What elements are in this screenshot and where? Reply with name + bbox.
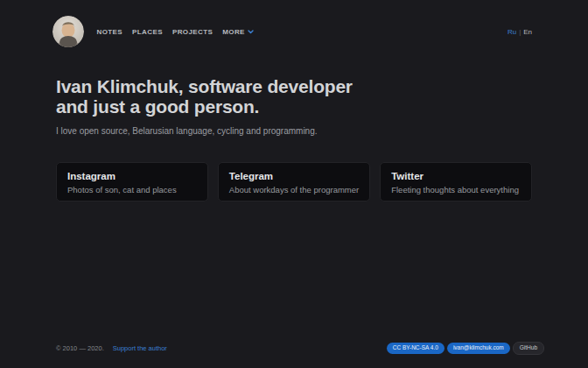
main-nav: Notes Places Projects More [92,24,258,39]
card-telegram[interactable]: Telegram About workdays of the programme… [218,162,370,202]
badge-github[interactable]: GitHub [513,342,544,355]
nav-item-notes[interactable]: Notes [92,25,128,39]
spacer [0,202,588,342]
nav-item-more[interactable]: More [218,24,259,39]
page: Notes Places Projects More Ru | En Ivan … [0,0,588,368]
card-telegram-description: About workdays of the programmer [229,185,359,195]
nav-item-more-label: More [222,28,245,36]
badge-email[interactable]: ivan@klimchuk.com [447,343,510,354]
card-instagram-description: Photos of son, cat and places [67,185,197,195]
language-link-ru[interactable]: Ru [508,28,516,36]
card-telegram-title: Telegram [229,171,359,181]
language-separator: | [519,28,521,36]
support-author-link[interactable]: Support the author [113,344,167,352]
hero-section: Ivan Klimchuk, software developer and ju… [0,76,588,136]
copyright-text: © 2010 — 2020. [56,344,104,352]
chevron-down-icon [248,28,254,36]
card-instagram[interactable]: Instagram Photos of son, cat and places [56,162,208,202]
language-switcher: Ru | En [508,28,532,36]
nav-item-projects[interactable]: Projects [167,25,217,39]
social-cards: Instagram Photos of son, cat and places … [0,162,588,202]
card-instagram-title: Instagram [67,171,197,181]
card-twitter-title: Twitter [391,171,521,181]
nav-item-places[interactable]: Places [128,25,168,39]
card-twitter[interactable]: Twitter Fleeting thoughts about everythi… [380,162,532,202]
card-twitter-description: Fleeting thoughts about everything [391,185,521,195]
footer-badges: CC BY-NC-SA 4.0 ivan@klimchuk.com GitHub [387,342,544,355]
avatar[interactable] [52,16,84,47]
page-title-line-2: and just a good person. [56,96,532,117]
footer: © 2010 — 2020. Support the author CC BY-… [0,342,588,354]
page-title-line-1: Ivan Klimchuk, software developer [56,76,532,96]
header: Notes Places Projects More Ru | En [0,16,588,47]
badge-license[interactable]: CC BY-NC-SA 4.0 [387,343,444,354]
language-current-en: En [523,28,532,36]
avatar-photo [52,16,84,47]
hero-subtitle: I love open source, Belarusian language,… [56,126,532,136]
page-title: Ivan Klimchuk, software developer and ju… [56,76,532,117]
